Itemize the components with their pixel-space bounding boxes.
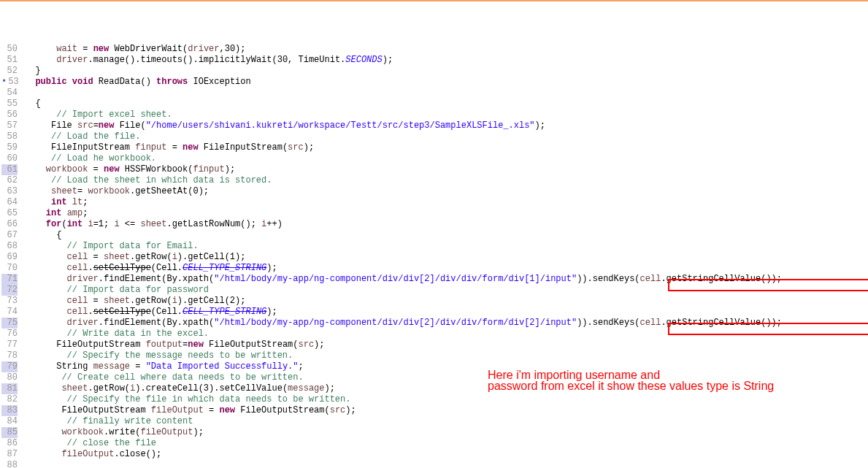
line-number: 61 xyxy=(1,164,18,175)
line-number: 74 xyxy=(1,307,18,318)
code-line[interactable]: // finally write content xyxy=(25,416,868,427)
code-line[interactable]: // Specify the message needs to be writt… xyxy=(25,350,868,361)
line-number: 86 xyxy=(1,438,18,449)
code-line[interactable]: public void ReadData() throws IOExceptio… xyxy=(25,77,868,88)
code-line[interactable]: { xyxy=(25,99,868,110)
line-number: 75 xyxy=(1,318,18,329)
code-line[interactable]: driver.findElement(By.xpath("/html/body/… xyxy=(25,274,868,285)
line-number: 79 xyxy=(1,361,18,372)
code-line[interactable]: cell = sheet.getRow(i).getCell(1); xyxy=(25,252,868,263)
line-number: 52 xyxy=(1,66,18,77)
line-number: 54 xyxy=(1,88,18,99)
code-line[interactable]: workbook = new HSSFWorkbook(finput); xyxy=(25,164,868,175)
code-line[interactable]: // Load the sheet in which data is store… xyxy=(25,175,868,186)
line-number: 76 xyxy=(1,329,18,340)
code-line[interactable]: cell = sheet.getRow(i).getCell(2); xyxy=(25,296,868,307)
line-number: 60 xyxy=(1,153,18,164)
code-line[interactable]: // Specify the file in which data needs … xyxy=(25,394,868,405)
line-number: 65 xyxy=(1,208,18,219)
code-line[interactable]: sheet= workbook.getSheetAt(0); xyxy=(25,186,868,197)
code-line[interactable]: FileOutputStream foutput=new FileOutputS… xyxy=(25,340,868,350)
code-line[interactable]: int amp; xyxy=(25,208,868,219)
line-number: 66 xyxy=(1,219,18,230)
code-line[interactable]: workbook.write(fileOutput); xyxy=(25,427,868,438)
line-number: 51 xyxy=(1,55,18,66)
code-line[interactable]: // Import data for password xyxy=(25,285,868,296)
code-line[interactable]: fileOutput.close(); xyxy=(25,449,868,460)
annotation-text: Here i'm importing username andpassword … xyxy=(488,369,867,391)
line-number: 85 xyxy=(1,427,18,438)
line-number: 78 xyxy=(1,350,18,361)
line-number: 69 xyxy=(1,252,18,263)
code-line[interactable]: wait = new WebDriverWait(driver,30); xyxy=(25,44,868,55)
line-number: 63 xyxy=(1,186,18,197)
code-line[interactable]: File src=new File("/home/users/shivani.k… xyxy=(25,120,868,131)
code-line[interactable]: FileOutputStream fileOutput = new FileOu… xyxy=(25,405,868,416)
line-number: 72 xyxy=(1,285,18,296)
line-number: 57 xyxy=(1,120,18,131)
code-line[interactable]: // Import data for Email. xyxy=(25,241,868,252)
code-editor: 5051525354555657585960616263646566676869… xyxy=(0,42,868,468)
line-number: 53 xyxy=(1,77,18,88)
code-line[interactable] xyxy=(25,88,868,99)
code-area[interactable]: wait = new WebDriverWait(driver,30); dri… xyxy=(20,42,868,468)
line-number: 81 xyxy=(1,383,18,394)
line-number: 50 xyxy=(1,44,18,55)
line-number: 83 xyxy=(1,405,18,416)
code-line[interactable]: // Load the file. xyxy=(25,131,868,142)
code-line[interactable]: cell.setCellType(Cell.CELL_TYPE_STRING); xyxy=(25,307,868,318)
line-number: 58 xyxy=(1,131,18,142)
line-number: 80 xyxy=(1,372,18,383)
line-number: 55 xyxy=(1,99,18,110)
code-line[interactable]: driver.findElement(By.xpath("/html/body/… xyxy=(25,318,868,329)
line-number: 68 xyxy=(1,241,18,252)
line-number: 87 xyxy=(1,449,18,460)
line-gutter: 5051525354555657585960616263646566676869… xyxy=(0,42,20,468)
line-number: 84 xyxy=(1,416,18,427)
code-line[interactable]: cell.setCellType(Cell.CELL_TYPE_STRING); xyxy=(25,263,868,274)
line-number: 56 xyxy=(1,110,18,120)
code-line[interactable]: // Write data in the excel. xyxy=(25,329,868,340)
code-line[interactable]: { xyxy=(25,230,868,241)
line-number: 88 xyxy=(1,460,18,468)
line-number: 77 xyxy=(1,340,18,350)
line-number: 71 xyxy=(1,274,18,285)
line-number: 64 xyxy=(1,197,18,208)
line-number: 73 xyxy=(1,296,18,307)
line-number: 67 xyxy=(1,230,18,241)
code-line[interactable]: // close the file xyxy=(25,438,868,449)
line-number: 70 xyxy=(1,263,18,274)
code-line[interactable]: for(int i=1; i <= sheet.getLastRowNum();… xyxy=(25,219,868,230)
code-line[interactable]: } xyxy=(25,66,868,77)
line-number: 82 xyxy=(1,394,18,405)
code-line[interactable]: int lt; xyxy=(25,197,868,208)
line-number: 59 xyxy=(1,142,18,153)
code-line[interactable]: // Load he workbook. xyxy=(25,153,868,164)
code-line[interactable]: // Import excel sheet. xyxy=(25,110,868,120)
code-line[interactable]: driver.manage().timeouts().implicitlyWai… xyxy=(25,55,868,66)
code-line[interactable]: FileInputStream finput = new FileInputSt… xyxy=(25,142,868,153)
code-line[interactable] xyxy=(25,460,868,468)
line-number: 62 xyxy=(1,175,18,186)
